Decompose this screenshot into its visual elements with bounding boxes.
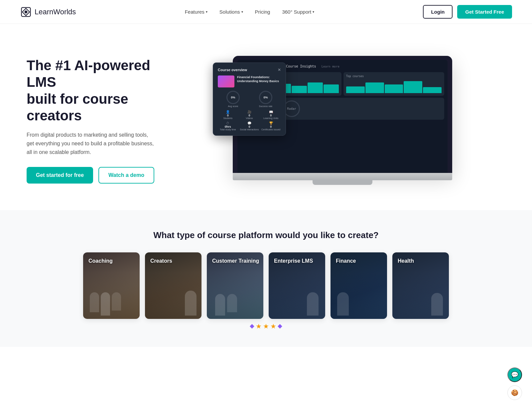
card-health-label: Health (398, 258, 414, 264)
hero-description: From digital products to marketing and s… (27, 131, 156, 156)
card-creators[interactable]: Creators (145, 252, 201, 319)
logo-text: LearnWorlds (35, 8, 76, 16)
study-time-icon: ⏱ (218, 121, 238, 125)
hero-title: The #1 AI-powered LMS built for course c… (27, 57, 166, 124)
nav-links: Features ▾ Solutions ▾ Pricing 360° Supp… (185, 9, 315, 15)
card-training-label: Customer Training (212, 258, 259, 264)
modal-avg-score: 0% Avg score (218, 91, 248, 107)
modal-title: Course overview (218, 68, 247, 72)
avg-score-circle: 0% (226, 91, 240, 104)
star-icon-2: ★ (263, 322, 269, 330)
modal-stat-units: 📖 0 Learning Units (261, 110, 281, 119)
card-enterprise-lms[interactable]: Enterprise LMS (269, 252, 325, 319)
card-training-bg: Customer Training (207, 252, 263, 319)
card-coaching-bg: Coaching (83, 252, 140, 319)
nav-solutions[interactable]: Solutions ▾ (219, 9, 243, 15)
section-title: What type of course platform would you l… (13, 230, 519, 240)
svg-marker-2 (24, 10, 28, 14)
card-health[interactable]: Health (392, 252, 449, 319)
avg-score-label: Avg score (218, 105, 248, 107)
modal-stat-videos: 🎥 0 Videos (239, 110, 260, 119)
chevron-down-icon: ▾ (313, 10, 314, 14)
card-finance[interactable]: Finance (331, 252, 387, 319)
nav-features[interactable]: Features ▾ (185, 9, 207, 15)
social-icon: 💬 (239, 121, 260, 125)
modal-course-title: Financial Foundations: Understanding Mon… (237, 75, 281, 83)
stars-row: ◆ ★ ★ ★ ◆ (13, 319, 519, 334)
card-customer-training[interactable]: Customer Training (207, 252, 263, 319)
chevron-down-icon: ▾ (241, 10, 243, 14)
db-card-2: Top courses (343, 72, 444, 96)
diamond-icon-1: ◆ (250, 322, 254, 330)
logo-icon (20, 6, 32, 18)
star-icon-1: ★ (256, 322, 262, 330)
modal-course-info: Financial Foundations: Understanding Mon… (218, 75, 281, 87)
dashboard-subtitle: Learn more (322, 65, 339, 68)
hero-section: The #1 AI-powered LMS built for course c… (0, 24, 532, 210)
diamond-icon-2: ◆ (278, 322, 282, 330)
bar-chart-2 (346, 80, 442, 93)
card-finance-bg: Finance (331, 252, 387, 319)
hero-right: BRND University Course Insights Learn mo… (180, 56, 505, 185)
nav-support[interactable]: 360° Support ▾ (282, 9, 314, 15)
modal-stat-certificates: 🏆 0 Certificates issued (261, 121, 281, 131)
modal-stats-row1: 👤 0 Students 🎥 0 Videos 📖 0 Learning Uni… (218, 110, 281, 119)
card-enterprise-bg: Enterprise LMS (269, 252, 325, 319)
laptop-mockup: BRND University Course Insights Learn mo… (233, 56, 452, 185)
learning-units-icon: 📖 (261, 110, 281, 114)
modal-close-button[interactable]: ✕ (278, 68, 281, 72)
modal-metrics: 0% Avg score 0% Success rate (218, 91, 281, 107)
course-type-section: What type of course platform would you l… (0, 210, 532, 347)
card-coaching[interactable]: Coaching (83, 252, 140, 319)
modal-success-rate: 0% Success rate (250, 91, 281, 107)
navigation: LearnWorlds Features ▾ Solutions ▾ Prici… (0, 0, 532, 24)
chevron-down-icon: ▾ (206, 10, 207, 14)
star-icon-3: ★ (270, 322, 276, 330)
get-started-hero-button[interactable]: Get started for free (27, 167, 93, 184)
card-creators-bg: Creators (145, 252, 201, 319)
course-overview-modal: Course overview ✕ Financial Foundations:… (213, 63, 286, 136)
success-rate-circle: 0% (259, 91, 272, 104)
dashboard-page-title: Course Insights (286, 65, 316, 68)
card-enterprise-label: Enterprise LMS (274, 258, 313, 264)
logo[interactable]: LearnWorlds (20, 6, 76, 18)
modal-stat-students: 👤 0 Students (218, 110, 238, 119)
card-finance-label: Finance (336, 258, 356, 264)
nav-actions: Login Get Started Free (423, 5, 512, 19)
modal-course-thumbnail (218, 75, 234, 87)
course-type-cards: Coaching Creators (66, 252, 466, 319)
laptop-base (233, 173, 452, 180)
card-coaching-label: Coaching (88, 258, 113, 264)
nav-pricing[interactable]: Pricing (255, 9, 270, 15)
watch-demo-button[interactable]: Watch a demo (98, 167, 154, 184)
modal-stat-study-time: ⏱ 0hrs Total study time (218, 121, 238, 131)
get-started-nav-button[interactable]: Get Started Free (457, 5, 512, 19)
hero-left: The #1 AI-powered LMS built for course c… (27, 57, 166, 184)
laptop-stand (313, 180, 372, 185)
modal-stat-social: 💬 0 Social interactions (239, 121, 260, 131)
card-health-bg: Health (392, 252, 449, 319)
success-rate-label: Success rate (250, 105, 281, 107)
videos-icon: 🎥 (239, 110, 260, 114)
card-creators-label: Creators (150, 258, 172, 264)
modal-stats-row2: ⏱ 0hrs Total study time 💬 0 Social inter… (218, 121, 281, 131)
certificates-icon: 🏆 (261, 121, 281, 125)
login-button[interactable]: Login (423, 5, 453, 19)
hero-actions: Get started for free Watch a demo (27, 167, 166, 184)
students-icon: 👤 (218, 110, 238, 114)
